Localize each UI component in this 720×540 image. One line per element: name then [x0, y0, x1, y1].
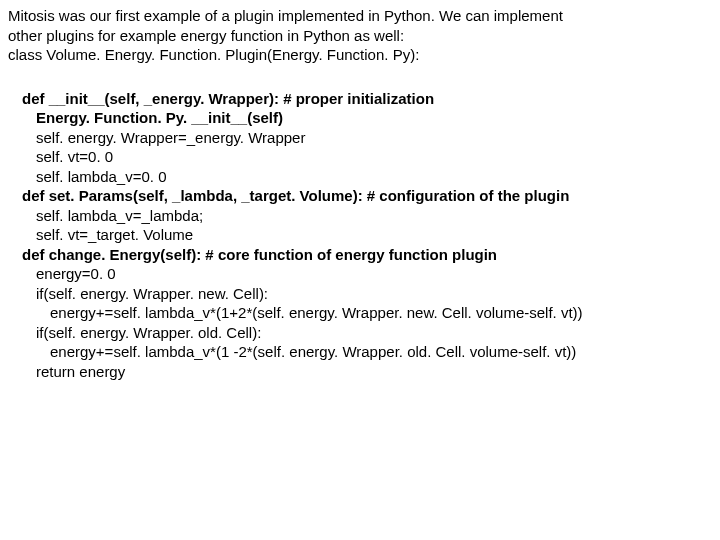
- code-def-setparams: def set. Params(self, _lambda, _target. …: [22, 186, 712, 206]
- intro-line-1: Mitosis was our first example of a plugi…: [8, 6, 712, 26]
- code-assign-vt: self. vt=0. 0: [22, 147, 712, 167]
- code-def-change-energy: def change. Energy(self): # core functio…: [22, 245, 712, 265]
- code-if-newcell: if(self. energy. Wrapper. new. Cell):: [22, 284, 712, 304]
- code-if-oldcell: if(self. energy. Wrapper. old. Cell):: [22, 323, 712, 343]
- code-assign-wrapper: self. energy. Wrapper=_energy. Wrapper: [22, 128, 712, 148]
- intro-line-2: other plugins for example energy functio…: [8, 26, 712, 46]
- code-energy-init: energy=0. 0: [22, 264, 712, 284]
- intro-text: Mitosis was our first example of a plugi…: [8, 6, 712, 65]
- code-assign-lambda: self. lambda_v=0. 0: [22, 167, 712, 187]
- intro-line-3: class Volume. Energy. Function. Plugin(E…: [8, 45, 712, 65]
- code-energy-newcell: energy+=self. lambda_v*(1+2*(self. energ…: [22, 303, 712, 323]
- code-def-init: def __init__(self, _energy. Wrapper): # …: [22, 89, 712, 109]
- code-set-vt: self. vt=_target. Volume: [22, 225, 712, 245]
- code-return: return energy: [22, 362, 712, 382]
- code-energy-oldcell: energy+=self. lambda_v*(1 -2*(self. ener…: [22, 342, 712, 362]
- code-block: def __init__(self, _energy. Wrapper): # …: [8, 89, 712, 382]
- code-set-lambda: self. lambda_v=_lambda;: [22, 206, 712, 226]
- code-init-super: Energy. Function. Py. __init__(self): [22, 108, 712, 128]
